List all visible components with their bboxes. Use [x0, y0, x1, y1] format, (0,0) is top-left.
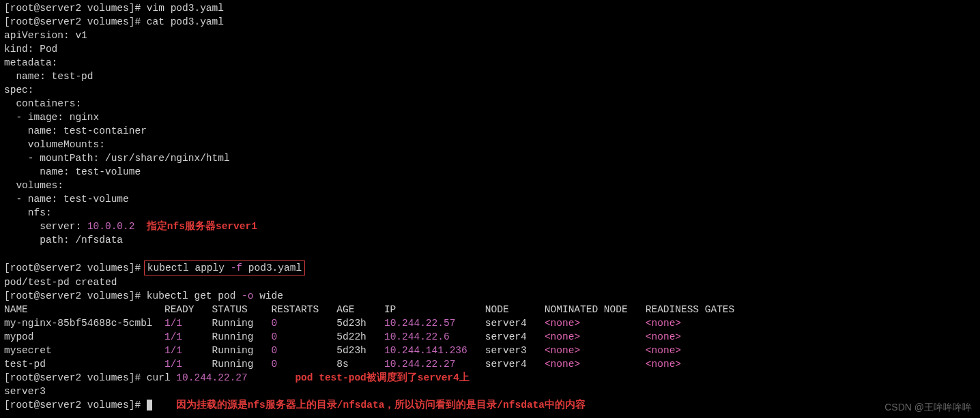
- yaml-line: volumes:: [4, 179, 976, 192]
- yaml-line: nfs:: [4, 206, 976, 220]
- yaml-line: - mountPath: /usr/share/nginx/html: [4, 151, 976, 165]
- watermark: CSDN @王哞哞哞哞: [884, 401, 972, 413]
- annotation-nfs-server: 指定nfs服务器server1: [147, 221, 257, 232]
- yaml-path-line: path: /nfsdata: [4, 233, 976, 247]
- pod-table: my-nginx-85bf54688c-5cmbl 1/1 Running 0 …: [4, 316, 976, 371]
- yaml-line: spec:: [4, 83, 976, 97]
- yaml-line: - image: nginx: [4, 110, 976, 124]
- yaml-line: kind: Pod: [4, 42, 976, 56]
- table-header: NAME READY STATUS RESTARTS AGE IP NODE N…: [4, 303, 976, 316]
- yaml-line: apiVersion: v1: [4, 29, 976, 42]
- yaml-line: name: test-pd: [4, 70, 976, 83]
- prompt: [root@server2 volumes]#: [4, 3, 147, 14]
- cmd-line-cat: [root@server2 volumes]# cat pod3.yaml: [4, 15, 976, 29]
- cmd-line-final: [root@server2 volumes]# 因为挂载的源是nfs服务器上的目…: [4, 398, 976, 412]
- yaml-line: volumeMounts:: [4, 138, 976, 151]
- yaml-line: name: test-volume: [4, 165, 976, 179]
- yaml-line: containers:: [4, 97, 976, 110]
- table-row: test-pd 1/1 Running 0 8s 10.244.22.27 se…: [4, 357, 976, 371]
- cmd-line-get: [root@server2 volumes]# kubectl get pod …: [4, 289, 976, 303]
- cmd-line-curl: [root@server2 volumes]# curl 10.244.22.2…: [4, 371, 976, 385]
- yaml-output: apiVersion: v1kind: Podmetadata: name: t…: [4, 29, 976, 220]
- cmd-line-vim: [root@server2 volumes]# vim pod3.yaml: [4, 1, 976, 15]
- nfs-server-ip: 10.0.0.2: [87, 221, 135, 232]
- highlight-box: kubectl apply -f pod3.yaml: [144, 260, 305, 275]
- cmd-line-apply: [root@server2 volumes]# kubectl apply -f…: [4, 260, 976, 275]
- curl-target-ip: 10.244.22.27: [176, 372, 247, 383]
- apply-result: pod/test-pd created: [4, 275, 976, 289]
- yaml-line: metadata:: [4, 56, 976, 70]
- command: vim pod3.yaml: [147, 3, 224, 14]
- cursor[interactable]: [147, 400, 152, 410]
- annotation-scheduled-node: pod test-pod被调度到了server4上: [295, 372, 469, 383]
- yaml-line: - name: test-volume: [4, 192, 976, 206]
- table-row: mypod 1/1 Running 0 5d22h 10.244.22.6 se…: [4, 330, 976, 344]
- terminal-output: [root@server2 volumes]# vim pod3.yaml [r…: [4, 1, 976, 412]
- yaml-server-line: server: 10.0.0.2 指定nfs服务器server1: [4, 220, 976, 233]
- curl-output: server3: [4, 385, 976, 398]
- yaml-line: name: test-container: [4, 124, 976, 138]
- blank-line: [4, 247, 976, 260]
- table-row: my-nginx-85bf54688c-5cmbl 1/1 Running 0 …: [4, 316, 976, 330]
- table-row: mysecret 1/1 Running 0 5d23h 10.244.141.…: [4, 344, 976, 357]
- annotation-mount-source: 因为挂载的源是nfs服务器上的目录/nfsdata，所以访问看到的是目录/nfs…: [176, 400, 586, 410]
